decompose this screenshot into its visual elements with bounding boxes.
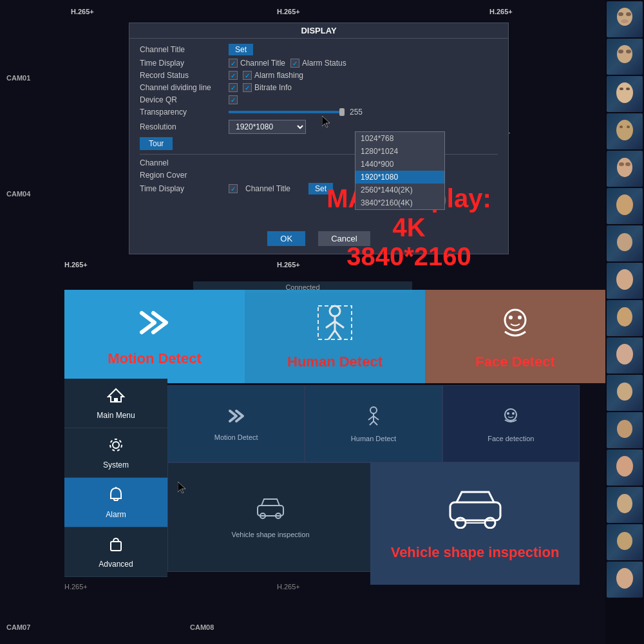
cam01-label: CAM01 <box>6 74 30 82</box>
face-detect-icon <box>496 303 535 347</box>
human-icon-svg <box>316 303 354 342</box>
codec-bottom-mid: H.265+ <box>277 261 300 269</box>
alarm-label: Alarm <box>106 510 126 519</box>
human-icon2-svg <box>363 406 384 426</box>
sidebar-main-menu[interactable]: Main Menu <box>64 379 167 428</box>
svg-marker-65 <box>178 482 185 493</box>
svg-point-46 <box>370 407 377 413</box>
bitrate-info-checkbox[interactable]: ✓ <box>243 83 252 92</box>
svg-line-51 <box>374 421 377 425</box>
resolution-option-3[interactable]: 1440*900 <box>355 158 444 171</box>
svg-point-36 <box>518 316 522 319</box>
face-detect-button[interactable]: Face Detect <box>425 290 605 383</box>
svg-point-53 <box>507 412 509 415</box>
svg-rect-9 <box>626 88 630 90</box>
face-svg-4 <box>612 117 638 146</box>
transparency-slider[interactable] <box>229 111 345 113</box>
face-svg-10 <box>612 341 638 370</box>
svg-point-39 <box>113 442 119 448</box>
alarm-flashing-checkbox[interactable]: ✓ <box>243 71 252 80</box>
detect-buttons-row: Motion Detect Human Detect <box>64 290 605 383</box>
alarm-status-cb-group: ✓ Alarm Status <box>290 59 346 68</box>
transparency-slider-container: 255 <box>229 108 363 117</box>
face-svg-1 <box>612 5 638 34</box>
resolution-option-4[interactable]: 1920*1080 <box>355 171 444 184</box>
resolution-option-6[interactable]: 3840*2160(4K) <box>355 196 444 209</box>
svg-point-20 <box>616 344 633 365</box>
time-display-row: Time Display ✓ Channel Title ✓ Alarm Sta… <box>140 59 498 68</box>
alarm-status-checkbox[interactable]: ✓ <box>290 59 299 68</box>
svg-point-18 <box>616 269 633 290</box>
record-status-checkbox[interactable]: ✓ <box>229 71 238 80</box>
sidebar-advanced[interactable]: Advanced <box>64 527 167 577</box>
bitrate-info-cb-group: ✓ Bitrate Info <box>243 83 292 92</box>
face-svg-7 <box>612 229 638 258</box>
thumb-3 <box>607 76 643 112</box>
channel-title-checkbox[interactable]: ✓ <box>229 59 238 68</box>
detect-buttons-row2: Motion Detect Human Detect Face d <box>167 385 580 462</box>
channel-title-set-btn[interactable]: Set <box>229 44 253 55</box>
human-detect-btn2[interactable]: Human Detect <box>305 385 442 462</box>
sidebar-system[interactable]: System <box>64 428 167 478</box>
motion-icon-svg <box>135 307 174 339</box>
bell-icon-svg <box>107 486 125 504</box>
face-detect-label2: Face detection <box>488 435 534 442</box>
motion-detect-btn2[interactable]: Motion Detect <box>167 385 305 462</box>
resolution-select[interactable]: 1920*1080 1024*768 1280*1024 1440*900 25… <box>229 120 306 134</box>
vehicle-big-label: Vehicle shape inspection <box>391 544 560 561</box>
svg-point-7 <box>616 82 633 103</box>
resolution-option-1[interactable]: 1024*768 <box>355 132 444 145</box>
vehicle-inspect-btn[interactable]: Vehicle shape inspection <box>167 462 374 572</box>
face-svg-5 <box>612 155 638 184</box>
svg-rect-8 <box>620 88 623 90</box>
car-big-icon-svg <box>446 487 504 529</box>
face-svg-11 <box>612 379 638 408</box>
svg-point-5 <box>618 50 623 53</box>
record-status-cb-group: ✓ <box>229 71 238 80</box>
alarm-status-cb-label: Alarm Status <box>302 59 346 68</box>
svg-point-21 <box>617 383 632 401</box>
svg-line-48 <box>368 416 374 420</box>
cursor-svg <box>178 482 185 493</box>
resolution-option-2[interactable]: 1280*1024 <box>355 145 444 158</box>
tour-button[interactable]: Tour <box>140 137 173 150</box>
alarm-icon <box>107 486 125 507</box>
ok-button[interactable]: OK <box>267 231 305 246</box>
svg-line-32 <box>335 330 341 339</box>
resolution-dropdown[interactable]: 1024*768 1280*1024 1440*900 1920*1080 25… <box>355 131 445 210</box>
svg-point-2 <box>626 12 631 16</box>
face-icon2-svg <box>500 406 521 426</box>
advanced-icon <box>107 535 125 557</box>
vehicle-inspect-big-overlay[interactable]: Vehicle shape inspection <box>370 462 580 585</box>
motion-detect-button[interactable]: Motion Detect <box>64 290 245 383</box>
codec-bottom-mid2: H.265+ <box>277 583 300 591</box>
cam08-label: CAM08 <box>190 623 214 631</box>
svg-rect-11 <box>620 126 623 128</box>
resolution-label: Resolution <box>140 122 223 131</box>
human-detect-label2: Human Detect <box>351 435 396 442</box>
svg-point-52 <box>505 409 516 421</box>
motion-icon2-svg <box>226 407 247 425</box>
alarm-flashing-cb-group: ✓ Alarm flashing <box>243 71 303 80</box>
motion-detect-label2: Motion Detect <box>214 433 258 441</box>
bitrate-info-label: Bitrate Info <box>254 83 292 92</box>
svg-point-26 <box>616 568 633 589</box>
svg-point-40 <box>110 439 122 451</box>
transparency-row: Transparency 255 <box>140 108 498 117</box>
resolution-option-5[interactable]: 2560*1440(2K) <box>355 184 444 196</box>
device-qr-checkbox[interactable]: ✓ <box>229 95 238 104</box>
thumb-1 <box>607 1 643 37</box>
svg-rect-12 <box>627 126 630 128</box>
device-qr-row: Device QR ✓ <box>140 95 498 104</box>
mouse-cursor-dialog <box>322 116 330 128</box>
channel-dividing-checkbox[interactable]: ✓ <box>229 83 238 92</box>
human-detect-icon <box>316 303 354 347</box>
cam07-label: CAM07 <box>6 623 30 631</box>
face-detect-btn2[interactable]: Face detection <box>442 385 580 462</box>
time-display2-checkbox[interactable]: ✓ <box>229 184 238 193</box>
human-detect-button[interactable]: Human Detect <box>245 290 425 383</box>
sidebar-alarm[interactable]: Alarm <box>64 478 167 527</box>
time-display-label: Time Display <box>140 59 223 68</box>
face-svg-16 <box>612 565 638 594</box>
svg-point-22 <box>617 420 632 438</box>
